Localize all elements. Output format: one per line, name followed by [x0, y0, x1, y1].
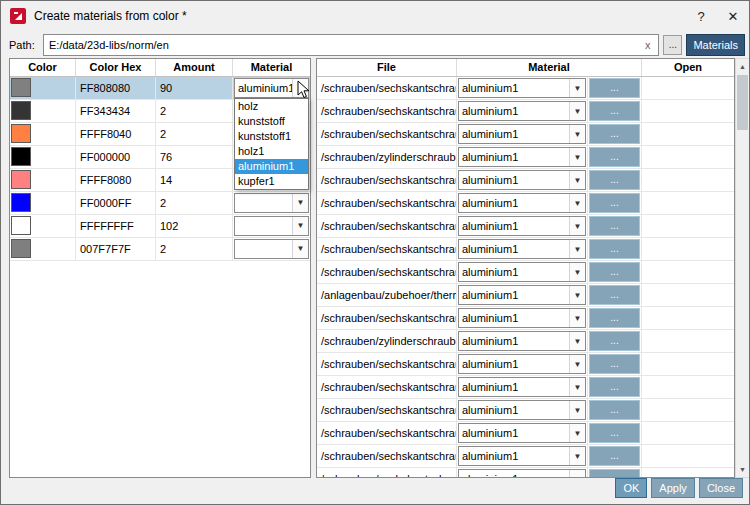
combobox-arrow-icon[interactable]: ▼ — [292, 217, 308, 235]
file-browse-button[interactable]: ... — [589, 446, 640, 466]
combobox-arrow-icon[interactable]: ▼ — [569, 240, 585, 258]
file-table-row[interactable]: /schrauben/sechskantschraub... aluminium… — [317, 192, 734, 215]
file-table-row[interactable]: /schrauben/sechskantschraub... aluminium… — [317, 307, 734, 330]
file-material-combobox[interactable]: aluminium1 ▼ — [458, 124, 586, 144]
color-table-row[interactable]: FF0000FF 2 ▼ — [10, 192, 310, 215]
file-material-combobox[interactable]: aluminium1 ▼ — [458, 400, 586, 420]
file-table-row[interactable]: /schrauben/sechskantschraub... aluminium… — [317, 77, 734, 100]
combobox-arrow-icon[interactable]: ▼ — [569, 171, 585, 189]
file-material-combobox[interactable]: aluminium1 ▼ — [458, 78, 586, 98]
material-combobox[interactable]: ▼ — [234, 239, 309, 259]
file-browse-button[interactable]: ... — [589, 216, 640, 236]
file-table-row[interactable]: /schrauben/sechskantschraub... aluminium… — [317, 445, 734, 468]
material-combobox[interactable]: ▼ — [234, 193, 309, 213]
file-material-combobox[interactable]: aluminium1 ▼ — [458, 147, 586, 167]
file-material-combobox[interactable]: aluminium1 ▼ — [458, 423, 586, 443]
file-browse-button[interactable]: ... — [589, 423, 640, 443]
scroll-down-icon[interactable]: ▼ — [736, 462, 749, 477]
combobox-arrow-icon[interactable]: ▼ — [569, 309, 585, 327]
combobox-arrow-icon[interactable]: ▼ — [569, 401, 585, 419]
combobox-arrow-icon[interactable]: ▼ — [569, 194, 585, 212]
combobox-arrow-icon[interactable]: ▼ — [569, 286, 585, 304]
file-material-combobox[interactable]: aluminium1 ▼ — [458, 308, 586, 328]
combobox-arrow-icon[interactable]: ▼ — [569, 263, 585, 281]
file-table-row[interactable]: /schrauben/sechskantschraub... aluminium… — [317, 215, 734, 238]
help-button[interactable]: ? — [685, 1, 717, 31]
file-material-combobox[interactable]: aluminium1 ▼ — [458, 446, 586, 466]
file-table-row[interactable]: /schrauben/sechskantschraub... aluminium… — [317, 468, 734, 478]
file-material-combobox[interactable]: aluminium1 ▼ — [458, 469, 586, 478]
file-browse-button[interactable]: ... — [589, 469, 640, 478]
file-browse-button[interactable]: ... — [589, 170, 640, 190]
close-dialog-button[interactable]: Close — [699, 478, 743, 498]
combobox-arrow-icon[interactable]: ▼ — [569, 424, 585, 442]
combobox-arrow-icon[interactable]: ▼ — [569, 447, 585, 465]
dropdown-option[interactable]: aluminium1 — [235, 159, 308, 174]
file-table-row[interactable]: /schrauben/sechskantschraub... aluminium… — [317, 123, 734, 146]
dropdown-option[interactable]: kupfer1 — [235, 174, 308, 189]
file-material-combobox[interactable]: aluminium1 ▼ — [458, 354, 586, 374]
material-combobox[interactable]: ▼ — [234, 216, 309, 236]
scrollbar-thumb[interactable] — [737, 75, 748, 130]
file-material-combobox[interactable]: aluminium1 ▼ — [458, 170, 586, 190]
combobox-arrow-icon[interactable]: ▼ — [569, 148, 585, 166]
dropdown-option[interactable]: holz — [235, 99, 308, 114]
apply-button[interactable]: Apply — [651, 478, 695, 498]
file-table-row[interactable]: /anlagenbau/zubehoer/therm... aluminium1… — [317, 284, 734, 307]
file-browse-button[interactable]: ... — [589, 101, 640, 121]
file-table-row[interactable]: /schrauben/sechskantschraub... aluminium… — [317, 169, 734, 192]
file-browse-button[interactable]: ... — [589, 78, 640, 98]
file-browse-button[interactable]: ... — [589, 262, 640, 282]
file-browse-button[interactable]: ... — [589, 377, 640, 397]
file-material-combobox[interactable]: aluminium1 ▼ — [458, 285, 586, 305]
file-table-row[interactable]: /schrauben/sechskantschraub... aluminium… — [317, 376, 734, 399]
file-browse-button[interactable]: ... — [589, 239, 640, 259]
file-browse-button[interactable]: ... — [589, 354, 640, 374]
dropdown-option[interactable]: holz1 — [235, 144, 308, 159]
close-button[interactable]: ✕ — [717, 1, 749, 31]
color-table-row[interactable]: FFFFFFFF 102 ▼ — [10, 215, 310, 238]
file-browse-button[interactable]: ... — [589, 285, 640, 305]
file-browse-button[interactable]: ... — [589, 400, 640, 420]
file-table-scrollbar[interactable]: ▲ ▼ — [735, 58, 750, 478]
clear-path-icon[interactable]: x — [642, 39, 654, 51]
file-browse-button[interactable]: ... — [589, 308, 640, 328]
file-table-row[interactable]: /schrauben/sechskantschraub... aluminium… — [317, 238, 734, 261]
combobox-arrow-icon[interactable]: ▼ — [292, 194, 308, 212]
combobox-arrow-icon[interactable]: ▼ — [569, 217, 585, 235]
file-table-row[interactable]: /schrauben/sechskantschraub... aluminium… — [317, 422, 734, 445]
dropdown-option[interactable]: kunststoff1 — [235, 129, 308, 144]
file-table-row[interactable]: /schrauben/sechskantschraub... aluminium… — [317, 353, 734, 376]
scroll-up-icon[interactable]: ▲ — [736, 59, 749, 74]
file-material-combobox[interactable]: aluminium1 ▼ — [458, 331, 586, 351]
file-browse-button[interactable]: ... — [589, 147, 640, 167]
file-material-combobox[interactable]: aluminium1 ▼ — [458, 101, 586, 121]
file-table-row[interactable]: /schrauben/sechskantschraub... aluminium… — [317, 261, 734, 284]
file-browse-button[interactable]: ... — [589, 193, 640, 213]
file-browse-button[interactable]: ... — [589, 331, 640, 351]
file-material-combobox[interactable]: aluminium1 ▼ — [458, 377, 586, 397]
dropdown-option[interactable]: kunststoff — [235, 114, 308, 129]
file-table-row[interactable]: /schrauben/zylinderschrauben... aluminiu… — [317, 146, 734, 169]
ok-button[interactable]: OK — [615, 478, 647, 498]
combobox-arrow-icon[interactable]: ▼ — [569, 79, 585, 97]
combobox-arrow-icon[interactable]: ▼ — [569, 378, 585, 396]
combobox-arrow-icon[interactable]: ▼ — [569, 355, 585, 373]
file-material-combobox[interactable]: aluminium1 ▼ — [458, 216, 586, 236]
file-material-combobox[interactable]: aluminium1 ▼ — [458, 239, 586, 259]
materials-button[interactable]: Materials — [686, 34, 745, 56]
combobox-arrow-icon[interactable]: ▼ — [569, 470, 585, 478]
browse-path-button[interactable]: ... — [663, 35, 682, 55]
path-input[interactable]: E:/data/23d-libs/norm/en x — [43, 34, 659, 56]
file-table-row[interactable]: /schrauben/zylinderschrauben... aluminiu… — [317, 330, 734, 353]
color-table-row[interactable]: 007F7F7F 2 ▼ — [10, 238, 310, 261]
combobox-arrow-icon[interactable]: ▼ — [569, 125, 585, 143]
combobox-arrow-icon[interactable]: ▼ — [569, 332, 585, 350]
file-material-combobox[interactable]: aluminium1 ▼ — [458, 262, 586, 282]
file-table-row[interactable]: /schrauben/sechskantschraub... aluminium… — [317, 100, 734, 123]
combobox-arrow-icon[interactable]: ▼ — [292, 240, 308, 258]
color-table-row[interactable]: FF808080 90 aluminium1 ▼ — [10, 77, 310, 100]
combobox-arrow-icon[interactable]: ▼ — [569, 102, 585, 120]
file-table-row[interactable]: /schrauben/sechskantschraub... aluminium… — [317, 399, 734, 422]
file-material-combobox[interactable]: aluminium1 ▼ — [458, 193, 586, 213]
